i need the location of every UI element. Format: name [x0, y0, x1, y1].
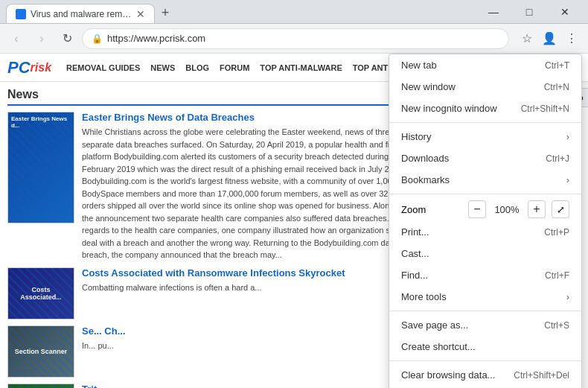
- menu-history[interactable]: History ›: [389, 126, 581, 147]
- featured-news-title[interactable]: Easter Brings News of Data Breaches: [82, 112, 424, 123]
- featured-news-text: While Christians across the globe were c…: [82, 126, 424, 261]
- menu-more-tools-label: More tools: [401, 291, 560, 302]
- nav-removal-guides[interactable]: REMOVAL GUIDES: [66, 63, 140, 72]
- menu-find-label: Find...: [401, 270, 545, 281]
- menu-new-tab-shortcut: Ctrl+T: [545, 60, 569, 71]
- news-title-2[interactable]: Costs Associated with Ransomware Infecti…: [82, 267, 424, 279]
- forward-button[interactable]: ›: [31, 28, 52, 49]
- featured-news-content: Easter Brings News of Data Breaches Whil…: [82, 112, 424, 261]
- address-bar: ‹ › ↻ 🔒 https://www.pcrisk.com ☆ 👤 ⋮: [0, 24, 588, 54]
- zoom-fullscreen-button[interactable]: ⤢: [552, 200, 569, 218]
- menu-clear-browsing[interactable]: Clear browsing data... Ctrl+Shift+Del: [389, 364, 581, 386]
- back-button[interactable]: ‹: [6, 28, 27, 49]
- news-title-4[interactable]: Trit...: [82, 384, 424, 389]
- news-thumb-text-2: Costs Associated...: [8, 283, 74, 304]
- zoom-out-button[interactable]: −: [468, 200, 486, 218]
- menu-incognito[interactable]: New incognito window Ctrl+Shift+N: [389, 98, 581, 119]
- menu-new-tab[interactable]: New tab Ctrl+T: [389, 54, 581, 76]
- featured-news-item: Easter Brings News d... Easter Brings Ne…: [7, 112, 424, 261]
- menu-divider-4: [389, 360, 581, 361]
- profile-icon[interactable]: 👤: [539, 28, 560, 49]
- menu-clear-label: Clear browsing data...: [401, 369, 514, 381]
- maximize-button[interactable]: □: [512, 0, 546, 24]
- menu-zoom-row: Zoom − 100% + ⤢: [389, 197, 581, 221]
- menu-divider-1: [389, 122, 581, 123]
- menu-find[interactable]: Find... Ctrl+F: [389, 264, 581, 286]
- featured-news-thumbnail: Easter Brings News d...: [7, 112, 74, 223]
- zoom-value: 100%: [492, 204, 522, 215]
- site-logo: PC risk: [7, 58, 51, 77]
- news-item-4: Triton Active O... Trit... Fr... researc…: [7, 384, 424, 389]
- menu-downloads[interactable]: Downloads Ctrl+J: [389, 147, 581, 169]
- refresh-button[interactable]: ↻: [57, 28, 77, 49]
- menu-history-label: History: [401, 131, 560, 142]
- tab-close-button[interactable]: ✕: [136, 8, 145, 20]
- menu-history-arrow: ›: [566, 131, 569, 142]
- logo-risk: risk: [31, 61, 51, 74]
- menu-print-label: Print...: [401, 226, 544, 238]
- news-title-3[interactable]: Se... Ch...: [82, 325, 424, 337]
- url-box[interactable]: 🔒 https://www.pcrisk.com: [82, 28, 509, 49]
- minimize-button[interactable]: —: [476, 0, 511, 24]
- news-thumb-3: Section Scanner: [7, 325, 74, 378]
- close-button[interactable]: ✕: [548, 0, 582, 24]
- menu-zoom-label: Zoom: [401, 204, 468, 215]
- news-section-title: News: [7, 88, 424, 106]
- bookmark-star-icon[interactable]: ☆: [517, 28, 537, 49]
- nav-news[interactable]: NEWS: [150, 63, 175, 72]
- tab-title: Virus and malware removal instr...: [31, 9, 132, 19]
- menu-print-shortcut: Ctrl+P: [544, 227, 569, 238]
- url-text: https://www.pcrisk.com: [107, 33, 499, 44]
- menu-bookmarks[interactable]: Bookmarks ›: [389, 169, 581, 191]
- nav-blog[interactable]: BLOG: [185, 63, 209, 72]
- news-content-2: Costs Associated with Ransomware Infecti…: [82, 267, 424, 319]
- menu-new-window[interactable]: New window Ctrl+N: [389, 76, 581, 98]
- menu-new-tab-label: New tab: [401, 60, 545, 71]
- menu-cast[interactable]: Cast...: [389, 243, 581, 264]
- news-item-3: Section Scanner Se... Ch... In... pu...: [7, 325, 424, 378]
- menu-incognito-shortcut: Ctrl+Shift+N: [521, 104, 569, 114]
- lock-icon: 🔒: [92, 34, 103, 44]
- menu-save-page-label: Save page as...: [401, 319, 544, 331]
- nav-anti-malware[interactable]: TOP ANTI-MALWARE: [260, 63, 342, 72]
- menu-find-shortcut: Ctrl+F: [545, 270, 569, 281]
- browser-dropdown-menu: New tab Ctrl+T New window Ctrl+N New inc…: [389, 54, 582, 388]
- menu-divider-3: [389, 311, 581, 311]
- menu-new-window-label: New window: [401, 81, 544, 92]
- menu-save-page[interactable]: Save page as... Ctrl+S: [389, 314, 581, 336]
- active-tab[interactable]: Virus and malware removal instr... ✕: [6, 4, 155, 23]
- menu-more-tools[interactable]: More tools ›: [389, 286, 581, 308]
- menu-divider-2: [389, 194, 581, 194]
- toolbar-icons: ☆ 👤 ⋮: [517, 28, 582, 49]
- news-content-3: Se... Ch... In... pu...: [82, 325, 424, 378]
- news-thumb-4: Triton Active O...: [7, 384, 74, 389]
- news-text-3: In... pu...: [82, 340, 424, 352]
- title-bar: Virus and malware removal instr... ✕ + —…: [0, 0, 588, 24]
- menu-create-shortcut[interactable]: Create shortcut...: [389, 336, 581, 357]
- news-thumb-text-3: Section Scanner: [12, 345, 71, 358]
- menu-clear-shortcut: Ctrl+Shift+Del: [514, 370, 569, 381]
- new-tab-button[interactable]: +: [155, 2, 176, 23]
- news-content-4: Trit... Fr... research by FireEye ind...: [82, 384, 424, 389]
- menu-new-window-shortcut: Ctrl+N: [544, 82, 569, 92]
- menu-cast-label: Cast...: [401, 248, 569, 259]
- window-controls: — □ ✕: [476, 0, 582, 24]
- news-item-2: Costs Associated... Costs Associated wit…: [7, 267, 424, 319]
- content-area: News Easter Brings News d... Easter Brin…: [0, 82, 432, 388]
- news-thumb-2: Costs Associated...: [7, 267, 74, 319]
- menu-downloads-label: Downloads: [401, 153, 546, 164]
- menu-save-shortcut: Ctrl+S: [544, 320, 569, 331]
- logo-pc: PC: [7, 58, 31, 77]
- nav-forum[interactable]: FORUM: [220, 63, 249, 72]
- news-text-2: Combatting malware infections is often a…: [82, 282, 424, 294]
- menu-print[interactable]: Print... Ctrl+P: [389, 221, 581, 243]
- tab-favicon: [16, 9, 26, 19]
- menu-icon[interactable]: ⋮: [561, 28, 582, 49]
- menu-bookmarks-arrow: ›: [566, 174, 569, 185]
- menu-incognito-label: New incognito window: [401, 103, 521, 114]
- zoom-controls: − 100% + ⤢: [468, 200, 569, 218]
- menu-downloads-shortcut: Ctrl+J: [546, 153, 569, 164]
- menu-bookmarks-label: Bookmarks: [401, 174, 560, 185]
- menu-more-tools-arrow: ›: [566, 291, 569, 302]
- zoom-in-button[interactable]: +: [528, 200, 546, 218]
